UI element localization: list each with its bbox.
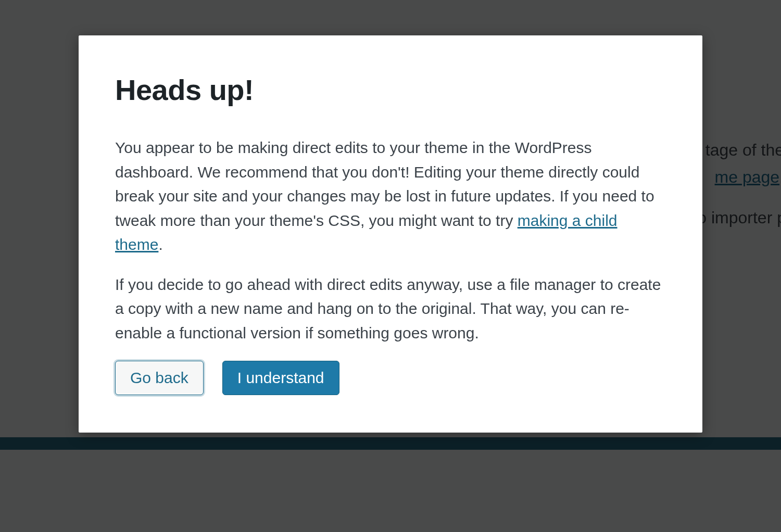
modal-title: Heads up! xyxy=(115,73,666,107)
modal-overlay: Heads up! You appear to be making direct… xyxy=(0,0,781,532)
i-understand-button[interactable]: I understand xyxy=(222,361,339,395)
modal-paragraph: If you decide to go ahead with direct ed… xyxy=(115,273,666,346)
go-back-button[interactable]: Go back xyxy=(115,361,204,395)
modal-body: You appear to be making direct edits to … xyxy=(115,136,666,345)
warning-modal: Heads up! You appear to be making direct… xyxy=(79,35,702,433)
modal-paragraph-text: . xyxy=(158,236,162,253)
modal-actions: Go back I understand xyxy=(115,361,666,395)
modal-paragraph: You appear to be making direct edits to … xyxy=(115,136,666,257)
